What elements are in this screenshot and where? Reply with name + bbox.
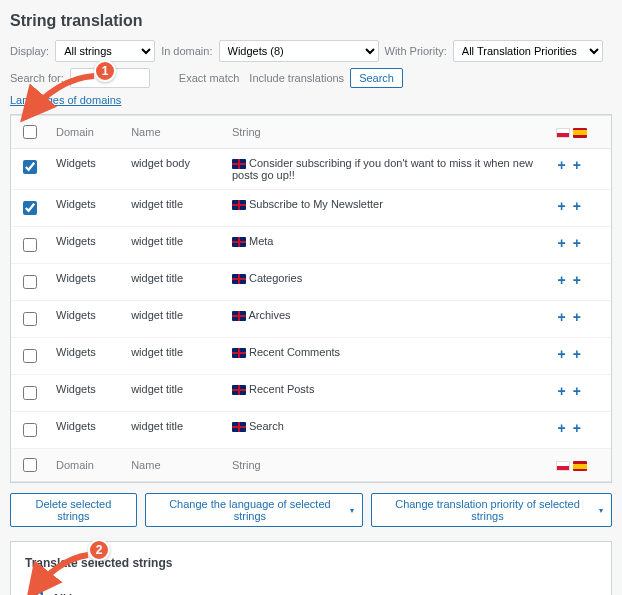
add-translation-es[interactable]: + [571,157,583,173]
flag-gb-icon [232,311,246,321]
row-domain: Widgets [48,338,123,375]
row-name: widget title [123,227,224,264]
row-string: Recent Comments [249,346,340,358]
row-name: widget title [123,264,224,301]
add-translation-es[interactable]: + [571,198,583,214]
row-domain: Widgets [48,375,123,412]
table-row: Widgetswidget title Archives+ + [11,301,611,338]
row-domain: Widgets [48,412,123,449]
row-name: widget body [123,149,224,190]
delete-selected-button[interactable]: Delete selected strings [10,493,137,527]
flag-es-icon [573,128,587,138]
flag-pl-icon [556,461,570,471]
display-select[interactable]: All strings [55,40,155,62]
table-row: Widgetswidget title Recent Posts+ + [11,375,611,412]
add-translation-es[interactable]: + [571,420,583,436]
flag-gb-icon [232,159,246,169]
flag-gb-icon [232,385,246,395]
col-name[interactable]: Name [123,116,224,149]
add-translation-pl[interactable]: + [556,235,568,251]
add-translation-pl[interactable]: + [556,272,568,288]
select-all-checkbox-bottom[interactable] [23,458,37,472]
flag-gb-icon [232,348,246,358]
col-flags [548,116,611,149]
add-translation-es[interactable]: + [571,235,583,251]
flag-gb-icon [232,422,246,432]
add-translation-es[interactable]: + [571,383,583,399]
change-language-button[interactable]: Change the language of selected strings … [145,493,363,527]
chevron-down-icon: ▾ [599,506,603,515]
row-string: Search [249,420,284,432]
row-string: Subscribe to My Newsletter [249,198,383,210]
add-translation-pl[interactable]: + [556,383,568,399]
add-translation-pl[interactable]: + [556,198,568,214]
callout-2-arrow [24,551,90,595]
row-name: widget title [123,338,224,375]
row-domain: Widgets [48,190,123,227]
flag-es-icon [573,461,587,471]
flag-gb-icon [232,237,246,247]
callout-2: 2 [88,539,110,561]
add-translation-pl[interactable]: + [556,309,568,325]
search-button[interactable]: Search [350,68,403,88]
row-checkbox[interactable] [23,201,37,215]
change-priority-button[interactable]: Change translation priority of selected … [371,493,612,527]
row-string: Meta [249,235,273,247]
row-string: Categories [249,272,302,284]
priority-select[interactable]: All Translation Priorities [453,40,603,62]
row-string: Recent Posts [249,383,314,395]
flag-pl-icon [556,128,570,138]
row-checkbox[interactable] [23,312,37,326]
row-name: widget title [123,412,224,449]
row-string: Consider subscribing if you don't want t… [232,157,533,181]
add-translation-pl[interactable]: + [556,346,568,362]
row-string: Archives [248,309,290,321]
priority-label: With Priority: [385,45,447,57]
col-name-foot[interactable]: Name [123,449,224,482]
add-translation-es[interactable]: + [571,272,583,288]
domain-label: In domain: [161,45,212,57]
row-name: widget title [123,190,224,227]
table-row: Widgetswidget title Meta+ + [11,227,611,264]
table-row: Widgetswidget title Search+ + [11,412,611,449]
row-domain: Widgets [48,227,123,264]
row-checkbox[interactable] [23,386,37,400]
col-flags-foot [548,449,611,482]
callout-1: 1 [94,60,116,82]
translate-section-title: Translate selected strings [25,556,597,570]
table-row: Widgetswidget title Categories+ + [11,264,611,301]
include-translations-label: Include translations [249,72,344,84]
flag-gb-icon [232,274,246,284]
display-label: Display: [10,45,49,57]
flag-gb-icon [232,200,246,210]
domain-select[interactable]: Widgets (8) [219,40,379,62]
row-domain: Widgets [48,149,123,190]
row-checkbox[interactable] [23,349,37,363]
row-checkbox[interactable] [23,275,37,289]
chevron-down-icon: ▾ [350,506,354,515]
add-translation-pl[interactable]: + [556,157,568,173]
col-string-foot[interactable]: String [224,449,548,482]
add-translation-es[interactable]: + [571,309,583,325]
row-checkbox[interactable] [23,238,37,252]
row-domain: Widgets [48,301,123,338]
row-name: widget title [123,375,224,412]
table-row: Widgetswidget title Subscribe to My News… [11,190,611,227]
col-domain-foot[interactable]: Domain [48,449,123,482]
row-domain: Widgets [48,264,123,301]
row-checkbox[interactable] [23,160,37,174]
callout-1-arrow [18,72,96,126]
row-checkbox[interactable] [23,423,37,437]
page-title: String translation [10,12,612,30]
exact-match-label: Exact match [179,72,240,84]
table-row: Widgetswidget body Consider subscribing … [11,149,611,190]
select-all-checkbox[interactable] [23,125,37,139]
add-translation-pl[interactable]: + [556,420,568,436]
add-translation-es[interactable]: + [571,346,583,362]
table-row: Widgetswidget title Recent Comments+ + [11,338,611,375]
col-string[interactable]: String [224,116,548,149]
row-name: widget title [123,301,224,338]
